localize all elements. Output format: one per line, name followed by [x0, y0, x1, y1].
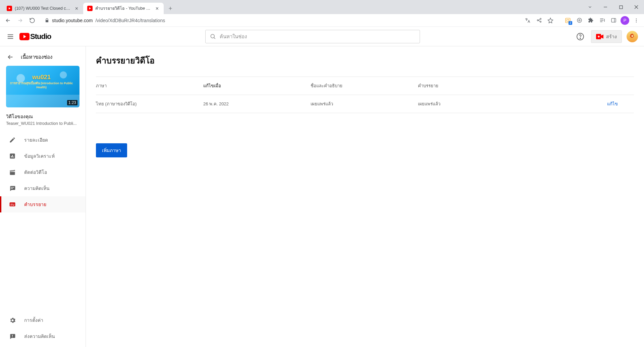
- reading-list-icon[interactable]: [597, 15, 607, 26]
- close-icon[interactable]: ✕: [74, 6, 79, 11]
- svg-point-16: [580, 38, 581, 39]
- svg-rect-32: [12, 335, 13, 336]
- sidebar-item-editor[interactable]: ตัดต่อวิดีโอ: [0, 164, 86, 180]
- close-icon[interactable]: ✕: [154, 6, 160, 11]
- minimize-icon[interactable]: [598, 0, 613, 14]
- svg-point-5: [540, 21, 541, 22]
- translate-icon[interactable]: [523, 15, 533, 26]
- chevron-down-icon[interactable]: [582, 0, 598, 14]
- channel-avatar[interactable]: [627, 31, 638, 42]
- tab-title: คำบรรยายวิดีโอ - YouTube Studio: [95, 5, 152, 12]
- extension-icon-2[interactable]: [574, 15, 584, 26]
- svg-rect-25: [11, 187, 14, 188]
- gear-icon: [9, 316, 16, 324]
- col-modified[interactable]: แก้ไขเมื่อ: [203, 82, 311, 89]
- video-thumbnail[interactable]: wu021 การสาธารณสุขเบื้องต้น (Introductio…: [6, 66, 79, 107]
- lock-icon: [45, 18, 49, 23]
- browser-tab-2[interactable]: คำบรรยายวิดีโอ - YouTube Studio ✕: [83, 3, 164, 14]
- svg-point-8: [579, 19, 580, 21]
- sidebar-item-analytics[interactable]: ข้อมูลวิเคราะห์: [0, 148, 86, 164]
- maximize-icon[interactable]: [613, 0, 629, 14]
- sidebar-item-label: รายละเอียด: [24, 136, 48, 144]
- svg-rect-22: [11, 156, 12, 157]
- svg-rect-9: [611, 18, 616, 22]
- url-path: /video/XdDBuRrJR4c/translations: [95, 18, 165, 23]
- logo-text: Studio: [30, 32, 51, 41]
- video-title: Teaser_WU021 Introduction to Publi...: [6, 121, 79, 126]
- col-language[interactable]: ภาษา: [96, 82, 203, 89]
- sidebar: เนื้อหาของช่อง wu021 การสาธารณสุขเบื้องต…: [0, 46, 86, 347]
- sidebar-item-settings[interactable]: การตั้งค่า: [0, 312, 86, 328]
- sidebar-item-label: ความคิดเห็น: [24, 185, 50, 192]
- youtube-icon: [87, 6, 93, 11]
- profile-avatar[interactable]: P: [620, 15, 630, 26]
- table-header: ภาษา แก้ไขเมื่อ ชื่อและคำอธิบาย คำบรรยาย: [96, 77, 634, 95]
- sidebar-item-comments[interactable]: ความคิดเห็น: [0, 180, 86, 196]
- url-host: studio.youtube.com: [52, 18, 93, 23]
- back-to-content[interactable]: เนื้อหาของช่อง: [0, 50, 86, 66]
- main-content: คำบรรยายวิดีโอ ภาษา แก้ไขเมื่อ ชื่อและคำ…: [86, 46, 644, 347]
- svg-rect-29: [12, 205, 14, 206]
- subtitles-icon: [9, 201, 16, 208]
- cell-subtitles: เผยแพร่แล้ว: [418, 100, 607, 107]
- create-button[interactable]: สร้าง: [591, 30, 622, 43]
- thumb-subtitle: การสาธารณสุขเบื้องต้น (Introduction to P…: [6, 81, 77, 89]
- address-bar[interactable]: studio.youtube.com/video/XdDBuRrJR4c/tra…: [41, 15, 519, 26]
- close-window-icon[interactable]: [629, 0, 644, 14]
- col-subtitles[interactable]: คำบรรยาย: [418, 82, 607, 89]
- sidebar-item-feedback[interactable]: ส่งความคิดเห็น: [0, 328, 86, 344]
- sidebar-item-subtitles[interactable]: คำบรรยาย: [0, 196, 86, 212]
- clapper-icon: [9, 168, 16, 176]
- pencil-icon: [9, 136, 16, 144]
- sidebar-item-details[interactable]: รายละเอียด: [0, 132, 86, 148]
- create-label: สร้าง: [606, 33, 617, 40]
- back-label: เนื้อหาของช่อง: [21, 53, 52, 61]
- edit-link[interactable]: แก้ไข: [607, 100, 634, 107]
- search-box[interactable]: [205, 30, 420, 43]
- forward-button[interactable]: [15, 15, 25, 26]
- sidepanel-icon[interactable]: [608, 15, 619, 26]
- svg-rect-28: [10, 205, 12, 206]
- sidebar-item-label: ข้อมูลวิเคราะห์: [24, 152, 55, 160]
- help-button[interactable]: [574, 31, 586, 43]
- menu-icon[interactable]: [6, 32, 15, 41]
- thumb-title: wu021: [6, 74, 77, 81]
- search-icon: [210, 33, 216, 40]
- arrow-left-icon: [7, 53, 14, 61]
- svg-rect-19: [598, 36, 599, 38]
- star-icon[interactable]: [545, 15, 555, 26]
- sidebar-item-label: ตัดต่อวิดีโอ: [24, 168, 47, 176]
- new-tab-button[interactable]: [166, 4, 175, 13]
- add-language-button[interactable]: เพิ่มภาษา: [96, 143, 127, 157]
- video-duration: 1:23: [67, 100, 77, 105]
- cell-title-desc: เผยแพร่แล้ว: [311, 100, 418, 107]
- sidebar-item-label: การตั้งค่า: [24, 316, 43, 324]
- svg-point-10: [636, 18, 637, 19]
- window-controls: [582, 0, 644, 14]
- analytics-icon: [9, 152, 16, 160]
- studio-header: Studio สร้าง: [0, 27, 644, 46]
- svg-rect-30: [10, 204, 13, 204]
- svg-point-4: [540, 18, 541, 19]
- youtube-studio-logo[interactable]: Studio: [19, 32, 51, 41]
- extensions-puzzle-icon[interactable]: [586, 15, 596, 26]
- svg-rect-31: [13, 204, 14, 204]
- cell-modified: 26 พ.ค. 2022: [203, 100, 311, 107]
- browser-tab-1[interactable]: (107) WU000 Test Closed caption ✕: [3, 3, 83, 14]
- svg-point-3: [537, 20, 538, 21]
- kebab-menu-icon[interactable]: [631, 15, 641, 26]
- browser-tabstrip: (107) WU000 Test Closed caption ✕ คำบรรย…: [0, 0, 644, 14]
- sidebar-item-label: ส่งความคิดเห็น: [24, 333, 55, 340]
- extension-icon[interactable]: 2: [563, 15, 573, 26]
- back-button[interactable]: [3, 15, 13, 26]
- page-title: คำบรรยายวิดีโอ: [96, 54, 634, 67]
- col-title-desc[interactable]: ชื่อและคำอธิบาย: [311, 82, 418, 89]
- svg-rect-26: [11, 188, 13, 189]
- search-input[interactable]: [220, 34, 416, 39]
- reload-button[interactable]: [27, 15, 38, 26]
- table-row[interactable]: ไทย (ภาษาของวิดีโอ) 26 พ.ค. 2022 เผยแพร่…: [96, 95, 634, 113]
- youtube-icon: [7, 6, 12, 11]
- share-icon[interactable]: [534, 15, 544, 26]
- svg-rect-24: [13, 157, 14, 158]
- youtube-play-icon: [19, 33, 30, 40]
